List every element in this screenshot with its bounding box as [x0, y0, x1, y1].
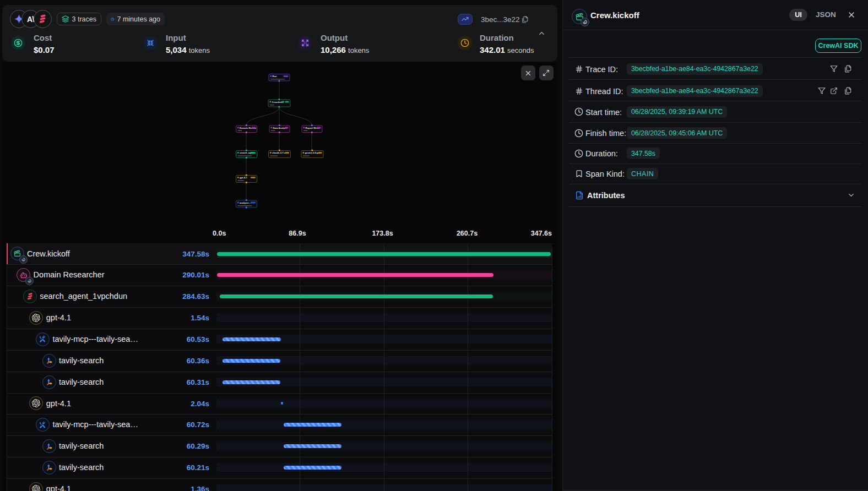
- svg-text:analyzer...: analyzer...: [240, 201, 251, 204]
- svg-text:gemini-2.5-p..: gemini-2.5-p..: [305, 151, 320, 154]
- svg-text:gpt-4.1: gpt-4.1: [240, 176, 247, 179]
- svg-text:Run: Run: [273, 75, 278, 78]
- svg-text:claude-3.7-s..: claude-3.7-s..: [272, 151, 287, 154]
